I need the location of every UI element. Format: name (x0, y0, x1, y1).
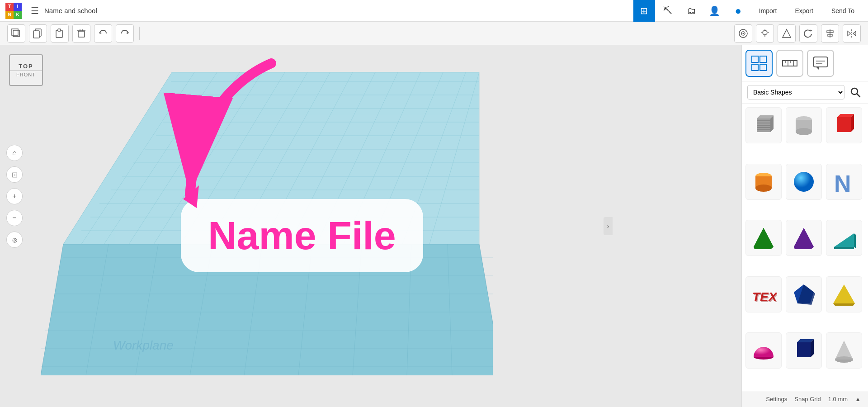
svg-rect-80 (760, 64, 766, 71)
shape-pentagon-blue[interactable] (786, 276, 822, 312)
logo-t: T (5, 3, 14, 11)
svg-marker-112 (754, 228, 774, 249)
shape-box-red[interactable] (826, 107, 862, 143)
svg-point-108 (755, 185, 772, 192)
snap-grid-label: Snap Grid (794, 396, 821, 402)
copy-button[interactable] (29, 24, 47, 43)
svg-rect-6 (78, 31, 85, 37)
paste-button[interactable] (51, 24, 69, 43)
panel-toggle-button[interactable]: › (604, 217, 613, 235)
shape-cylinder-orange[interactable] (745, 164, 782, 200)
undo-button[interactable] (94, 24, 112, 43)
tinkercad-logo[interactable]: T I N K (5, 3, 22, 19)
svg-rect-77 (752, 56, 758, 62)
viewport[interactable]: TOP FRONT ⌂ ⊡ + − ◎ (0, 45, 741, 407)
toolbar-separator (139, 27, 140, 40)
svg-point-13 (763, 30, 767, 35)
zoom-out-button[interactable]: − (6, 210, 23, 226)
shape-half-sphere-pink[interactable] (745, 332, 782, 369)
zoom-in-button[interactable]: + (6, 188, 23, 204)
shape-n-blue[interactable]: N (826, 164, 862, 200)
logo-n: N (5, 11, 14, 19)
shape-text-3d[interactable]: TEXT TEXT (745, 276, 782, 312)
svg-rect-79 (752, 64, 758, 71)
ruler-panel-tab[interactable] (776, 50, 803, 77)
home-button[interactable]: ⌂ (6, 145, 23, 161)
panel-header: Basic Shapes Letters Math Script Feature… (742, 81, 868, 104)
user-add-button[interactable]: 👤 (704, 0, 726, 22)
pickaxe-button[interactable]: ⛏ (657, 0, 679, 22)
top-right-icons: ⊞ ⛏ 🗂 👤 ● Import Export Send To (633, 0, 863, 22)
bottom-bar: Settings Snap Grid 1.0 mm ▲ (742, 391, 868, 407)
avatar-button[interactable]: ● (727, 0, 749, 22)
svg-marker-127 (811, 339, 814, 357)
name-file-bubble: Name File (181, 199, 423, 272)
shape-pyramid-green[interactable] (745, 220, 782, 256)
logo-k: K (14, 11, 22, 19)
svg-marker-114 (794, 228, 814, 249)
briefcase-button[interactable]: 🗂 (680, 0, 702, 22)
shapes-grid: N (742, 104, 868, 391)
grid-view-button[interactable]: ⊞ (633, 0, 655, 22)
svg-text:N: N (834, 170, 851, 195)
svg-rect-126 (797, 342, 811, 357)
camera-button[interactable] (734, 24, 752, 43)
fit-button[interactable]: ⊡ (6, 166, 23, 183)
shape-sphere-blue[interactable] (786, 164, 822, 200)
svg-rect-86 (813, 57, 828, 67)
shape-category-dropdown[interactable]: Basic Shapes Letters Math Script Feature… (747, 85, 844, 99)
svg-point-102 (796, 128, 812, 135)
shape-pyramid-purple[interactable] (786, 220, 822, 256)
align-button[interactable] (821, 24, 839, 43)
main-area: TOP FRONT ⌂ ⊡ + − ◎ (0, 45, 868, 407)
svg-point-130 (835, 356, 853, 363)
svg-point-109 (794, 172, 814, 192)
snap-grid-value: 1.0 mm (828, 396, 848, 402)
view-cube[interactable]: TOP FRONT (9, 54, 45, 90)
svg-marker-117 (854, 233, 856, 248)
chat-panel-tab[interactable] (807, 50, 834, 77)
shape-button[interactable] (778, 24, 796, 43)
svg-marker-23 (848, 31, 850, 36)
svg-marker-24 (853, 31, 856, 36)
svg-rect-5 (58, 29, 61, 31)
rotate-button[interactable] (799, 24, 817, 43)
logo-i: I (14, 3, 22, 11)
import-button[interactable]: Import (751, 5, 785, 17)
svg-point-12 (743, 33, 744, 34)
export-button[interactable]: Export (787, 5, 821, 17)
redo-button[interactable] (116, 24, 134, 43)
svg-marker-123 (833, 303, 855, 306)
svg-marker-18 (783, 29, 791, 38)
duplicate-button[interactable] (7, 24, 25, 43)
send-to-button[interactable]: Send To (823, 5, 863, 17)
svg-marker-105 (851, 114, 854, 132)
search-shapes-button[interactable] (848, 85, 863, 99)
document-menu-icon[interactable]: ☰ (31, 5, 39, 16)
snap-grid-up-icon[interactable]: ▲ (855, 396, 861, 402)
svg-marker-116 (834, 247, 854, 249)
shape-cylinder-gray[interactable] (786, 107, 822, 143)
project-name[interactable]: Name and school (44, 7, 97, 14)
view-cube-top: TOP (19, 63, 33, 70)
panel-tabs (742, 45, 868, 81)
light-button[interactable] (756, 24, 774, 43)
shape-pyramid-yellow[interactable] (826, 276, 862, 312)
svg-rect-104 (837, 117, 851, 132)
svg-rect-3 (33, 31, 39, 38)
svg-marker-115 (834, 233, 854, 247)
object-view-button[interactable]: ◎ (6, 232, 23, 248)
svg-rect-0 (13, 30, 19, 37)
settings-label: Settings (766, 396, 787, 402)
mirror-button[interactable] (843, 24, 861, 43)
toolbar (0, 22, 868, 45)
delete-button[interactable] (72, 24, 90, 43)
shape-cone-gray[interactable] (826, 332, 862, 369)
name-file-text: Name File (208, 213, 396, 258)
svg-rect-81 (783, 61, 797, 66)
shape-wedge-teal[interactable] (826, 220, 862, 256)
grid-panel-tab[interactable] (745, 50, 773, 77)
shape-box-stripes[interactable] (745, 107, 782, 143)
shape-box-navy[interactable] (786, 332, 822, 369)
view-cube-front: FRONT (16, 72, 36, 77)
